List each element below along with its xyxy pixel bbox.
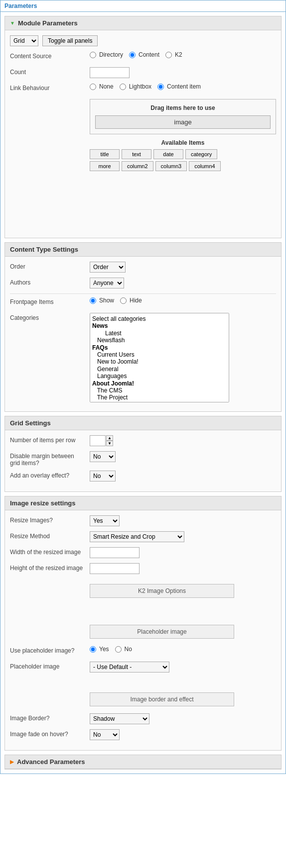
module-params-title: Module Parameters [18,19,78,27]
authors-select[interactable]: Anyone Specific [90,278,124,289]
link-behaviour-lightbox-radio[interactable] [120,84,126,90]
item-text[interactable]: text [122,149,151,159]
grid-settings-section: Grid Settings Number of items per row 4 … [4,416,282,492]
item-date[interactable]: date [153,149,183,159]
frontpage-show[interactable]: Show [90,297,114,304]
toggle-all-panels-button[interactable]: Toggle all panels [42,35,98,46]
item-title[interactable]: title [90,149,120,159]
module-params-triangle: ▼ [10,20,15,26]
content-type-header: Content Type Settings [5,243,281,257]
frontpage-hide-radio[interactable] [120,297,127,304]
num-items-down[interactable]: ▼ [106,441,113,446]
width-control: 100 [90,547,276,558]
item-column3[interactable]: column3 [155,161,187,171]
grid-select[interactable]: Grid List Slider [10,35,38,46]
resize-images-select[interactable]: Yes No [90,515,120,526]
item-column4[interactable]: column4 [189,161,221,171]
image-border-row: Image Border? Shadow None Solid [10,713,276,725]
cat-languages[interactable]: Languages [92,373,227,380]
content-source-k2-radio[interactable] [165,52,172,58]
link-behaviour-content-item-radio[interactable] [157,84,164,90]
content-type-body: Order Order Date Title Random Authors An… [5,257,281,411]
resize-images-row: Resize Images? Yes No [10,515,276,527]
disable-margin-select[interactable]: No Yes [90,451,116,462]
use-placeholder-no[interactable]: No [115,646,132,653]
placeholder-image-select[interactable]: - Use Default - Custom [90,662,169,673]
cat-latest[interactable]: Latest [92,330,227,337]
image-border-header-row: Image border and effect [10,687,276,709]
order-select[interactable]: Order Date Title Random [90,262,126,273]
k2-options-row: K2 Image Options [10,579,276,601]
overlay-select[interactable]: No Yes [90,471,116,482]
item-more[interactable]: more [90,161,120,171]
placeholder-image-header: Placeholder image [90,625,234,639]
cat-newsflash[interactable]: Newsflash [92,337,227,344]
grid-settings-title: Grid Settings [10,419,51,427]
image-border-header-label-empty [10,687,90,689]
authors-row: Authors Anyone Specific [10,278,276,289]
frontpage-show-radio[interactable] [90,297,96,304]
cat-faqs-group[interactable]: FAQs [92,344,227,351]
frontpage-control: Show Hide [90,297,276,304]
use-placeholder-no-label: No [125,646,132,653]
link-behaviour-content-item[interactable]: Content item [157,83,201,90]
cat-the-project[interactable]: The Project [92,394,227,401]
cat-new-to-joomla[interactable]: New to Joomla! [92,358,227,365]
num-items-input[interactable]: 4 [90,435,106,446]
content-source-k2-label: K2 [175,51,182,58]
link-behaviour-lightbox[interactable]: Lightbox [120,83,151,90]
overlay-label: Add an overlay effect? [10,471,90,479]
content-source-content-radio[interactable] [129,52,136,58]
link-behaviour-none[interactable]: None [90,83,114,90]
link-behaviour-none-label: None [99,83,114,90]
cat-general[interactable]: General [92,366,227,373]
order-label: Order [10,262,90,270]
count-label: Count [10,67,90,76]
cat-all[interactable]: Select all categories [92,315,227,322]
divider1 [10,293,276,294]
advanced-params-header[interactable]: ▶ Advanced Parameters [5,755,281,769]
content-source-content[interactable]: Content [129,51,159,58]
content-source-directory[interactable]: Directory [90,51,123,58]
content-source-row: Content Source Directory Content K2 [10,51,276,63]
width-row: Width of the resized image 100 [10,547,276,559]
available-items-title: Available Items [90,139,276,146]
link-behaviour-none-radio[interactable] [90,84,96,90]
frontpage-hide[interactable]: Hide [120,297,142,304]
height-control: 70 [90,563,276,574]
use-placeholder-label: Use placeholder image? [10,646,90,654]
content-source-directory-radio[interactable] [90,52,96,58]
content-source-label: Content Source [10,51,90,60]
width-input[interactable]: 100 [90,547,140,558]
cat-the-community[interactable]: The Community [92,401,227,402]
item-category[interactable]: category [185,149,217,159]
height-input[interactable]: 70 [90,563,140,574]
resize-images-control: Yes No [90,515,276,526]
cat-about-joomla-group[interactable]: About Joomla! [92,380,227,387]
count-input[interactable]: 4 [90,67,130,78]
image-border-select[interactable]: Shadow None Solid [90,713,149,724]
available-items-row1: title text date category [90,149,276,159]
k2-options-label-empty [10,579,90,580]
placeholder-header-row: Placeholder image [10,620,276,642]
cat-the-cms[interactable]: The CMS [92,387,227,394]
use-placeholder-yes-radio[interactable] [90,646,96,653]
image-fade-select[interactable]: No Yes [90,729,120,740]
disable-margin-control: No Yes [90,451,276,462]
categories-select[interactable]: Select all categories News Latest Newsfl… [90,313,229,402]
height-row: Height of the resized image 70 [10,563,276,575]
item-column2[interactable]: column2 [122,161,153,171]
num-items-up[interactable]: ▲ [106,435,113,441]
use-placeholder-yes[interactable]: Yes [90,646,109,653]
use-placeholder-no-radio[interactable] [115,646,122,653]
placeholder-header-control: Placeholder image [90,620,276,642]
overlay-control: No Yes [90,471,276,482]
resize-method-select[interactable]: Smart Resize and Crop Resize Only Crop O… [90,531,184,542]
content-source-k2[interactable]: K2 [165,51,182,58]
available-items-row2: more column2 column3 column4 [90,161,276,171]
authors-control: Anyone Specific [90,278,276,289]
categories-row: Categories Select all categories News La… [10,313,276,402]
cat-news-group[interactable]: News [92,322,227,329]
cat-current-users[interactable]: Current Users [92,351,227,358]
drag-item-image[interactable]: image [95,115,271,129]
